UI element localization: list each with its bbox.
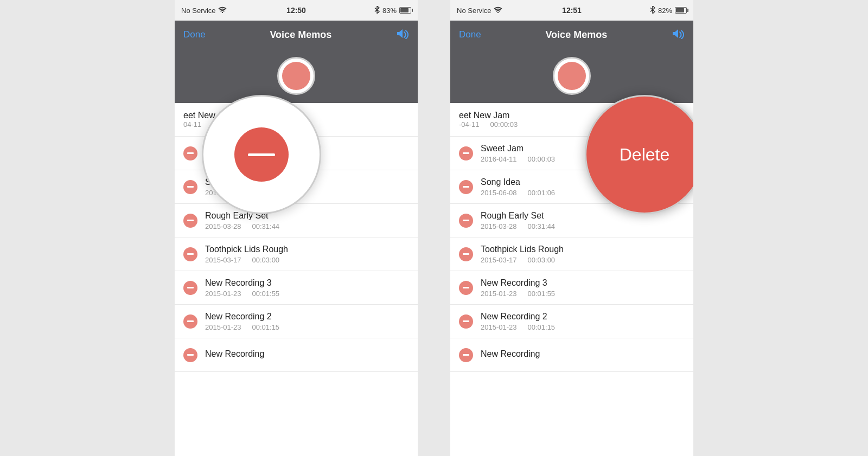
item-title: New Recording — [205, 349, 409, 359]
delete-minus-button[interactable] — [183, 314, 197, 329]
item-date: 04-11 — [183, 120, 201, 129]
item-duration: 00:00:03 — [490, 120, 518, 129]
left-phone-panel: No Service 12:50 83% Done Voice Memos — [175, 0, 418, 456]
item-meta: 2015-03-17 00:03:00 — [481, 256, 685, 264]
right-carrier: No Service — [457, 7, 492, 15]
right-battery-box — [675, 7, 687, 14]
item-duration: 00:03:00 — [528, 256, 556, 264]
item-content: New Recording — [481, 349, 685, 361]
right-time: 12:51 — [562, 6, 582, 15]
left-record-button[interactable] — [277, 57, 315, 95]
item-date: 2015-03-28 — [205, 222, 241, 230]
delete-minus-button[interactable] — [183, 247, 197, 261]
left-bt-icon — [374, 6, 380, 15]
svg-point-0 — [221, 12, 222, 13]
item-duration: 00:01:15 — [528, 323, 556, 331]
item-content: Rough Early Set 2015-03-28 00:31:44 — [481, 211, 685, 230]
item-date: 2015-01-23 — [205, 290, 241, 298]
delete-minus-button[interactable] — [183, 348, 197, 362]
delete-minus-button[interactable] — [459, 146, 473, 160]
item-content: New Recording 2 2015-01-23 00:01:15 — [481, 312, 685, 331]
item-date: 2015-03-28 — [481, 222, 517, 230]
item-duration: 00:01:06 — [528, 189, 556, 197]
item-date: 2015-01-23 — [481, 323, 517, 331]
left-speaker-icon — [396, 28, 409, 42]
item-title: Rough Early Set — [205, 211, 409, 221]
delete-minus-button[interactable] — [183, 214, 197, 228]
list-item: New Recording 3 2015-01-23 00:01:55 — [450, 271, 693, 305]
item-meta: 2015-03-28 00:31:44 — [481, 222, 685, 230]
item-content: New Recording 3 2015-01-23 00:01:55 — [205, 278, 409, 298]
delete-label[interactable]: Delete — [620, 145, 670, 165]
item-content: New Recording 2 2015-01-23 00:01:15 — [205, 312, 409, 331]
item-title: Toothpick Lids Rough — [205, 245, 409, 254]
item-meta: 2015-01-23 00:01:15 — [205, 323, 409, 331]
list-item: Toothpick Lids Rough 2015-03-17 00:03:00 — [450, 237, 693, 271]
item-duration: 00:31:44 — [528, 222, 556, 230]
item-duration: 00:31:44 — [252, 222, 280, 230]
list-item: New Recording 3 2015-01-23 00:01:55 — [175, 271, 418, 305]
list-item: Rough Early Set 2015-03-28 00:31:44 — [175, 204, 418, 237]
list-item: New Recording — [175, 338, 418, 372]
left-record-area — [175, 49, 418, 103]
item-meta: 2015-03-17 00:03:00 — [205, 256, 409, 264]
list-item: New Recording 2 2015-01-23 00:01:15 — [175, 305, 418, 338]
right-wifi-icon — [494, 7, 502, 15]
right-phone-panel: No Service 12:51 82% Done Voice Memos — [450, 0, 693, 456]
item-content: Rough Early Set 2015-03-28 00:31:44 — [205, 211, 409, 230]
delete-minus-button[interactable] — [183, 146, 197, 160]
item-date: 2015-03-17 — [205, 256, 241, 264]
left-done-button[interactable]: Done — [183, 29, 206, 40]
right-nav-bar: Done Voice Memos — [450, 21, 693, 49]
right-battery-fill — [676, 8, 684, 12]
delete-minus-button[interactable] — [459, 281, 473, 295]
right-record-button[interactable] — [553, 57, 591, 95]
item-content: Toothpick Lids Rough 2015-03-17 00:03:00 — [205, 245, 409, 264]
left-battery-box — [399, 7, 411, 14]
item-duration: 00:01:55 — [252, 290, 280, 298]
item-title: New Recording — [481, 349, 685, 359]
delete-minus-button[interactable] — [459, 314, 473, 329]
item-title: New Recording 2 — [481, 312, 685, 322]
item-date: 2015-03-17 — [481, 256, 517, 264]
left-time: 12:50 — [286, 6, 306, 15]
item-date: 2015-01-23 — [481, 290, 517, 298]
item-duration: 00:01:55 — [528, 290, 556, 298]
left-carrier: No Service — [181, 7, 216, 15]
list-item: Toothpick Lids Rough 2015-03-17 00:03:00 — [175, 237, 418, 271]
delete-minus-button[interactable] — [183, 180, 197, 194]
item-title: Toothpick Lids Rough — [481, 245, 685, 254]
item-content: New Recording 3 2015-01-23 00:01:55 — [481, 278, 685, 298]
item-duration: 00:03:00 — [252, 256, 280, 264]
right-status-bar: No Service 12:51 82% — [450, 0, 693, 21]
left-status-bar: No Service 12:50 83% — [175, 0, 418, 21]
delete-minus-button[interactable] — [183, 281, 197, 295]
delete-minus-button[interactable] — [459, 348, 473, 362]
right-bt-icon — [650, 6, 655, 15]
right-speaker-icon — [672, 28, 685, 42]
delete-minus-button[interactable] — [459, 214, 473, 228]
item-content: Toothpick Lids Rough 2015-03-17 00:03:00 — [481, 245, 685, 264]
delete-minus-button[interactable] — [459, 180, 473, 194]
right-status-right: 82% — [650, 6, 687, 15]
magnify-minus-icon — [234, 127, 289, 182]
right-record-inner — [558, 62, 586, 90]
left-record-inner — [282, 62, 310, 90]
item-meta: 2015-03-28 00:31:44 — [205, 222, 409, 230]
item-meta: 2015-01-23 00:01:55 — [481, 290, 685, 298]
left-nav-bar: Done Voice Memos — [175, 21, 418, 49]
delete-minus-button[interactable] — [459, 247, 473, 261]
item-date: 2015-06-08 — [481, 189, 517, 197]
list-item: New Recording 2 2015-01-23 00:01:15 — [450, 305, 693, 338]
item-duration: 00:01:15 — [252, 323, 280, 331]
list-item: New Recording — [450, 338, 693, 372]
item-title: New Recording 3 — [481, 278, 685, 288]
right-nav-title: Voice Memos — [545, 29, 607, 41]
item-content: New Recording — [205, 349, 409, 361]
magnify-circle-overlay — [202, 95, 321, 214]
right-done-button[interactable]: Done — [459, 29, 481, 40]
item-title: New Recording 3 — [205, 278, 409, 288]
left-wifi-icon — [218, 7, 227, 15]
item-meta: 2015-01-23 00:01:15 — [481, 323, 685, 331]
right-record-area — [450, 49, 693, 103]
